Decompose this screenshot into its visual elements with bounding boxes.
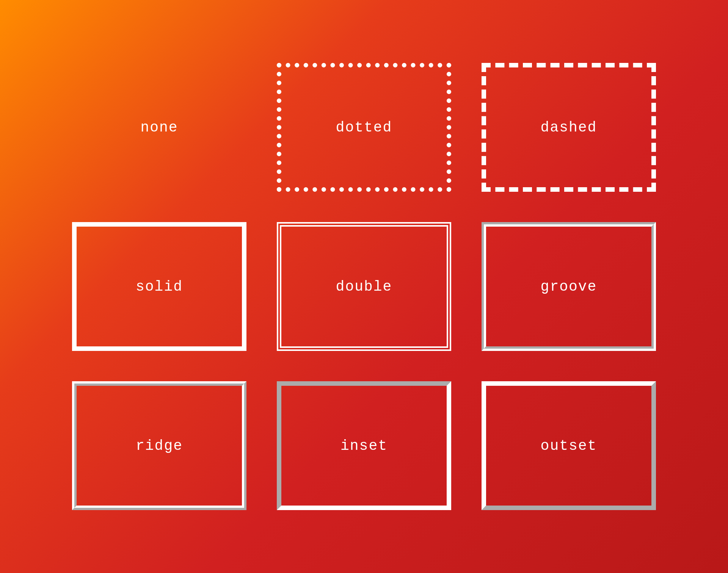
border-box-groove: groove [482, 222, 656, 351]
border-box-ridge: ridge [72, 381, 246, 510]
border-box-dashed: dashed [482, 63, 656, 192]
border-box-dotted: dotted [277, 63, 451, 192]
border-label: solid [136, 279, 183, 295]
border-box-none: none [72, 63, 246, 192]
border-label: dotted [336, 119, 392, 136]
border-label: inset [340, 438, 388, 454]
border-label: dashed [541, 119, 597, 136]
border-label: groove [541, 279, 597, 295]
border-label: none [140, 119, 178, 136]
border-label: outset [541, 438, 597, 454]
border-box-outset: outset [482, 381, 656, 510]
border-label: ridge [136, 438, 183, 454]
border-style-grid: none dotted dashed solid double groove r… [72, 63, 656, 510]
border-box-double: double [277, 222, 451, 351]
border-box-inset: inset [277, 381, 451, 510]
border-label: double [336, 279, 392, 295]
border-box-solid: solid [72, 222, 246, 351]
